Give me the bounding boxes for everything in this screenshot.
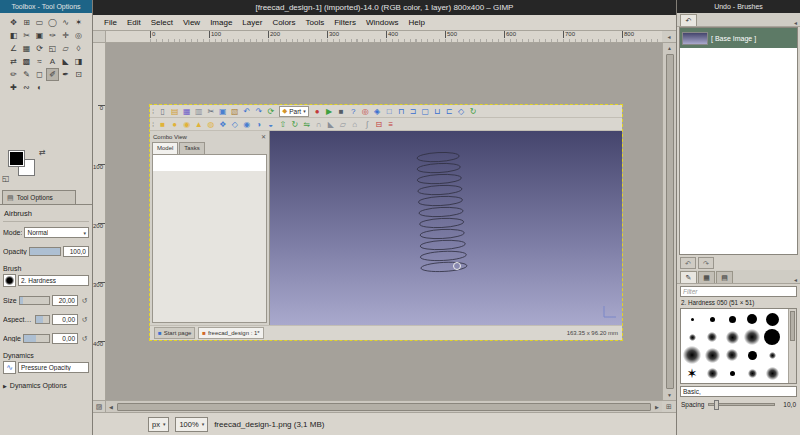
gradient-tool[interactable]: ◨ [72, 55, 85, 68]
soft-brush[interactable] [682, 328, 702, 346]
redo-button[interactable]: ↷ [698, 257, 714, 269]
scale-tool[interactable]: ◱ [46, 42, 59, 55]
size-entry[interactable]: 20,00 [52, 295, 78, 306]
tool-options-tab[interactable]: ▤ Tool Options [2, 190, 76, 204]
scroll-left-icon[interactable]: ◀ [106, 402, 116, 412]
free-select-tool[interactable]: ∿ [59, 16, 72, 29]
spacing-slider[interactable] [708, 403, 776, 406]
shear-tool[interactable]: ▱ [59, 42, 72, 55]
dock-menu-icon[interactable]: ◂ [794, 19, 797, 26]
tab-brushes[interactable]: ✎ [680, 271, 697, 283]
dot-brush[interactable] [722, 310, 742, 328]
crop-tool[interactable]: ▦ [20, 42, 33, 55]
aspect-reset-icon[interactable]: ↺ [80, 316, 89, 324]
tab-patterns[interactable]: ▦ [698, 271, 715, 283]
eraser-tool[interactable]: ◻ [33, 68, 46, 81]
menu-item[interactable]: Select [146, 18, 178, 27]
zoom-select[interactable]: 100% ▾ [175, 417, 208, 432]
soft-brush[interactable] [762, 346, 782, 364]
scroll-up-icon[interactable]: ▲ [665, 43, 675, 53]
soft-brush[interactable] [762, 364, 782, 382]
flip-tool[interactable]: ⇄ [7, 55, 20, 68]
opacity-slider[interactable] [29, 247, 61, 256]
image-window-titlebar[interactable]: [freecad_design-1] (imported)-14.0 (RGB … [93, 0, 676, 15]
color-picker-tool[interactable]: ✛ [59, 29, 72, 42]
size-reset-icon[interactable]: ↺ [80, 297, 89, 305]
menu-item[interactable]: Tools [301, 18, 330, 27]
soft-brush[interactable] [702, 364, 722, 382]
airbrush-tool[interactable]: ✐ [46, 68, 59, 81]
vertical-scroll-thumb[interactable] [666, 54, 674, 389]
dot-brush[interactable] [682, 310, 702, 328]
scissors-select-tool[interactable]: ✂ [20, 29, 33, 42]
ink-tool[interactable]: ✒ [59, 68, 72, 81]
menu-item[interactable]: Image [205, 18, 237, 27]
horizontal-scroll-thumb[interactable] [117, 403, 651, 411]
toolbox-titlebar[interactable]: Toolbox - Tool Options [0, 0, 92, 13]
brush-tag-input[interactable]: Basic, [680, 386, 797, 397]
brush-grid-scrollbar[interactable] [788, 309, 796, 383]
tab-gradients[interactable]: ▤ [716, 271, 733, 283]
menu-item[interactable]: View [178, 18, 205, 27]
menu-item[interactable]: Windows [361, 18, 403, 27]
ellipse-select-tool[interactable]: ◯ [46, 16, 59, 29]
bucket-fill-tool[interactable]: ◣ [59, 55, 72, 68]
dot-brush[interactable] [742, 310, 762, 328]
dodge-burn-tool[interactable]: ◐ [33, 81, 46, 94]
undo-history-item[interactable]: [ Base Image ] [680, 28, 797, 48]
dock-menu-icon[interactable]: ◂ [794, 276, 797, 283]
measure-tool[interactable]: ∠ [7, 42, 20, 55]
alignment-tool[interactable]: ⊞ [20, 16, 33, 29]
dock-titlebar[interactable]: Undo - Brushes [677, 0, 800, 13]
vertical-ruler[interactable]: 0100200300400 [93, 43, 106, 400]
canvas-viewport[interactable]: ⁞ ▯▤▦▥✂▣▧↶↷⟳ ◆ Part ▾ ●▶■?◎◈□⊓⊐▢⊔⊏◇↻ ⁞ [106, 43, 662, 400]
dot-brush[interactable] [742, 346, 762, 364]
scroll-right-icon[interactable]: ▶ [652, 402, 662, 412]
heal-tool[interactable]: ✚ [7, 81, 20, 94]
brush-preview[interactable] [3, 274, 16, 287]
fuzzy-select-tool[interactable]: ✶ [72, 16, 85, 29]
dynamics-select[interactable]: Pressure Opacity [18, 362, 89, 373]
soft-brush[interactable] [742, 364, 762, 382]
horizontal-ruler[interactable]: 0100200300400500600700800 [106, 31, 662, 43]
menu-item[interactable]: File [99, 18, 122, 27]
zoom-tool[interactable]: ◎ [72, 29, 85, 42]
rotate-tool[interactable]: ⟳ [33, 42, 46, 55]
spacing-handle[interactable] [714, 400, 719, 410]
quick-mask-button[interactable]: ▨ [93, 400, 106, 412]
paintbrush-tool[interactable]: ✎ [20, 68, 33, 81]
mode-select[interactable]: Normal ▾ [24, 227, 89, 238]
menu-item[interactable]: Edit [122, 18, 146, 27]
opacity-entry[interactable]: 100,0 [63, 246, 89, 257]
unit-select[interactable]: px ▾ [148, 417, 169, 432]
tab-undo-history[interactable]: ↶ [680, 14, 697, 26]
dot-brush[interactable] [702, 310, 722, 328]
smudge-tool[interactable]: ∾ [20, 81, 33, 94]
star-brush[interactable]: ✶ [682, 364, 702, 382]
undo-button[interactable]: ↶ [680, 257, 696, 269]
default-colors-icon[interactable]: ◱ [2, 174, 10, 183]
soft-brush[interactable] [742, 328, 762, 346]
select-by-color-tool[interactable]: ◧ [7, 29, 20, 42]
dot-brush[interactable] [762, 310, 782, 328]
menu-item[interactable]: Filters [329, 18, 361, 27]
ruler-corner-button[interactable] [93, 31, 106, 43]
dot-brush[interactable] [722, 364, 742, 382]
rectangle-select-tool[interactable]: ▭ [33, 16, 46, 29]
menu-item[interactable]: Help [403, 18, 429, 27]
text-tool[interactable]: A [46, 55, 59, 68]
move-tool[interactable]: ✥ [7, 16, 20, 29]
dynamics-options-expander[interactable]: ▶ Dynamics Options [3, 382, 89, 389]
scroll-down-icon[interactable]: ▼ [665, 390, 675, 400]
angle-slider[interactable] [23, 334, 50, 343]
aspect-ratio-slider[interactable] [35, 315, 50, 324]
soft-brush[interactable] [682, 346, 702, 364]
perspective-tool[interactable]: ◊ [72, 42, 85, 55]
navigation-button[interactable]: ⊞ [662, 400, 676, 412]
soft-brush[interactable] [702, 328, 722, 346]
foreground-select-tool[interactable]: ▣ [33, 29, 46, 42]
horizontal-scrollbar[interactable]: ◀ ▶ [106, 400, 662, 412]
pencil-tool[interactable]: ✏ [7, 68, 20, 81]
foreground-color-swatch[interactable] [9, 151, 24, 166]
soft-brush[interactable] [722, 328, 742, 346]
